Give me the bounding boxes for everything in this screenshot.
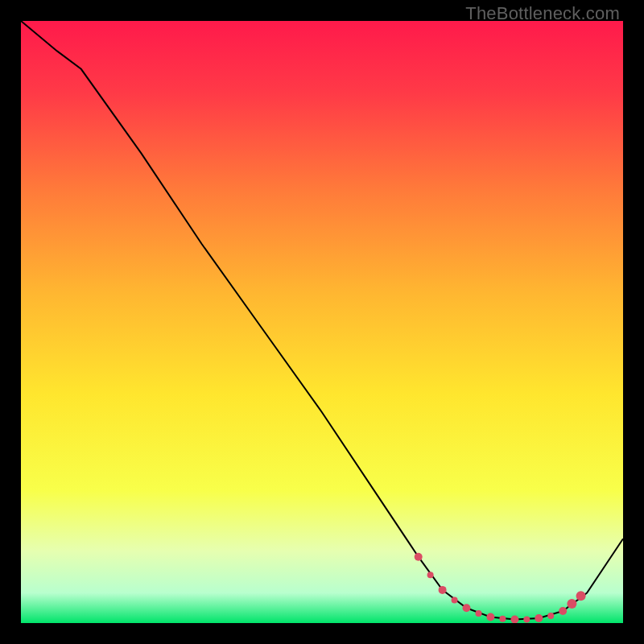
marker-dot [427,572,434,578]
marker-dot [535,614,543,622]
marker-dot [576,591,586,601]
marker-dot [439,586,447,594]
chart-frame [21,21,623,623]
marker-dot [415,553,423,561]
marker-dot [452,597,458,604]
marker-dot [463,604,471,612]
chart-svg [21,21,623,623]
marker-dot [523,617,530,623]
marker-dot [499,616,506,622]
marker-dot [486,613,494,621]
marker-dot [559,607,567,615]
marker-dot [567,599,576,609]
marker-dot [547,613,554,619]
marker-dot [476,610,482,617]
